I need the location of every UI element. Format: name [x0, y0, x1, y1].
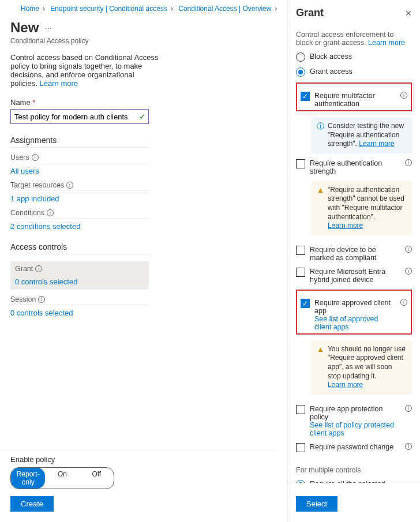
learn-more-link[interactable]: Learn more	[40, 79, 78, 88]
name-input[interactable]	[13, 112, 139, 122]
info-icon[interactable]: i	[66, 182, 73, 189]
crumb-endpoint[interactable]: Endpoint security | Conditional access	[50, 5, 167, 13]
info-icon[interactable]: i	[400, 299, 407, 306]
select-button[interactable]: Select	[296, 496, 337, 512]
seg-on[interactable]: On	[45, 468, 79, 489]
info-icon[interactable]: i	[400, 92, 407, 99]
users-link[interactable]: All users	[10, 167, 149, 175]
session-header: Sessioni	[10, 295, 149, 305]
cb-password-change[interactable]: Require password changei	[296, 443, 412, 452]
info-icon[interactable]: i	[405, 246, 412, 253]
name-label: Name *	[10, 98, 267, 107]
info-icon[interactable]: i	[405, 159, 412, 166]
targets-link[interactable]: 1 app included	[10, 194, 149, 203]
cb-compliant-device[interactable]: Require device to be marked as compliant…	[296, 246, 412, 262]
grant-row[interactable]: Granti 0 controls selected	[10, 261, 149, 290]
multi-controls-label: For multiple controls	[296, 466, 412, 474]
info-icon[interactable]: i	[47, 209, 54, 216]
conditions-header: Conditionsi	[10, 209, 149, 219]
cb-require-mfa[interactable]: Require multifactor authenticationi	[301, 92, 407, 108]
info-icon[interactable]: i	[38, 296, 45, 303]
info-icon[interactable]: i	[405, 443, 412, 450]
targets-header: Target resourcesi	[10, 181, 149, 191]
conditions-link[interactable]: 2 conditions selected	[10, 222, 149, 231]
seg-off[interactable]: Off	[80, 468, 114, 489]
radio-block-access[interactable]: Block access	[296, 52, 412, 62]
close-icon[interactable]: ✕	[405, 9, 412, 18]
crumb-home[interactable]: Home	[21, 5, 39, 13]
enable-policy-toggle[interactable]: Report-only On Off	[10, 467, 114, 489]
crumb-overview[interactable]: Conditional Access | Overview	[178, 5, 271, 13]
create-button[interactable]: Create	[10, 496, 54, 512]
panel-learn-more[interactable]: Learn more	[368, 39, 405, 47]
users-header: Usersi	[10, 153, 149, 163]
page-description: Control access based on Conditional Acce…	[10, 53, 160, 88]
enable-policy-label: Enable policy	[10, 455, 267, 464]
page-subtitle: Conditional Access policy	[10, 37, 267, 45]
seg-report-only[interactable]: Report-only	[11, 468, 45, 489]
info-icon[interactable]: i	[405, 405, 412, 412]
panel-title: Grant	[296, 7, 324, 19]
panel-desc: Control access enforcement to block or g…	[296, 31, 412, 47]
callout-learn-more[interactable]: Learn more	[359, 140, 394, 148]
name-input-wrapper[interactable]: ✓	[10, 109, 149, 124]
approved-apps-link[interactable]: See list of approved client apps	[314, 315, 378, 331]
cb-hybrid-joined[interactable]: Require Microsoft Entra hybrid joined de…	[296, 268, 412, 284]
more-icon[interactable]: …	[44, 22, 52, 31]
callout-learn-more[interactable]: Learn more	[328, 221, 363, 230]
cb-app-protection[interactable]: Require app protection policySee list of…	[296, 405, 412, 437]
cb-approved-client[interactable]: Require approved client appSee list of a…	[301, 299, 407, 331]
info-circle-icon: ⓘ	[317, 122, 324, 149]
cb-auth-strength[interactable]: Require authentication strengthi	[296, 159, 412, 175]
session-link[interactable]: 0 controls selected	[10, 309, 149, 317]
callout-approved-warn: ▲ You should no longer use "Require appr…	[311, 340, 412, 395]
info-icon[interactable]: i	[32, 154, 39, 161]
callout-auth-strength-tip: ⓘ Consider testing the new "Require auth…	[311, 117, 412, 153]
check-icon: ✓	[139, 112, 146, 121]
info-icon[interactable]: i	[35, 265, 42, 272]
breadcrumb: Home› Endpoint security | Conditional ac…	[10, 0, 267, 13]
callout-auth-strength-warn: ▲ "Require authentication strength" cann…	[311, 181, 412, 235]
info-icon[interactable]: i	[405, 268, 412, 275]
radio-grant-access[interactable]: Grant access	[296, 67, 412, 77]
warning-icon: ▲	[317, 186, 324, 231]
assignments-title: Assignments	[10, 136, 149, 148]
warning-icon: ▲	[317, 345, 324, 390]
callout-learn-more[interactable]: Learn more	[328, 381, 363, 389]
page-title: New	[10, 20, 39, 36]
access-controls-title: Access controls	[10, 242, 149, 254]
protection-apps-link[interactable]: See list of policy protected client apps	[310, 421, 394, 437]
